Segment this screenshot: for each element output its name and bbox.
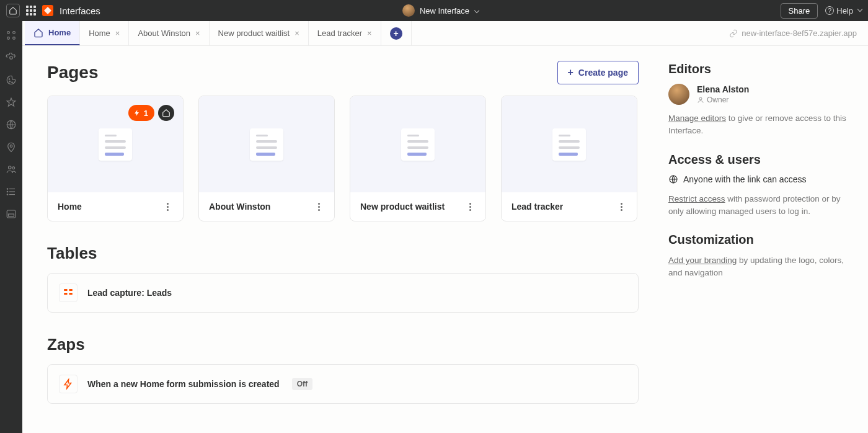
nav-theme-icon[interactable] (6, 74, 17, 86)
page-card-menu[interactable] (616, 201, 627, 212)
svg-rect-23 (69, 293, 73, 295)
page-card-title: New product waitlist (360, 202, 445, 212)
editor-name: Elena Alston (697, 84, 749, 94)
editor-role: Owner (697, 96, 749, 104)
tables-heading: Tables (47, 244, 639, 263)
share-button[interactable]: Share (781, 3, 818, 19)
pages-heading: Pages (47, 63, 99, 83)
apps-grid-icon[interactable] (26, 6, 36, 16)
access-heading: Access & users (668, 153, 856, 167)
help-icon: ? (825, 6, 834, 15)
customization-heading: Customization (668, 233, 856, 247)
page-card-about-winston[interactable]: About Winston (198, 96, 335, 221)
tab-lead-tracker[interactable]: Lead tracker × (309, 21, 381, 45)
close-icon[interactable]: × (294, 29, 299, 38)
interface-url-text: new-interface-8ef57e.zapier.app (742, 29, 857, 38)
svg-point-9 (10, 145, 12, 148)
svg-point-16 (7, 191, 8, 192)
svg-rect-20 (64, 289, 67, 291)
editors-heading: Editors (668, 62, 856, 76)
bolt-icon (133, 109, 141, 117)
svg-point-5 (9, 79, 10, 80)
user-icon (697, 96, 704, 104)
svg-point-11 (12, 167, 15, 169)
zap-count-badge: 1 (128, 105, 154, 121)
svg-rect-21 (69, 289, 73, 291)
page-card-menu[interactable] (162, 201, 173, 212)
page-card-menu[interactable] (464, 201, 476, 212)
tab-new-product-waitlist[interactable]: New product waitlist × (210, 21, 309, 45)
page-card-home[interactable]: 1 Home (47, 96, 184, 221)
svg-point-15 (7, 189, 8, 190)
nav-globe-icon[interactable] (6, 119, 17, 130)
svg-point-0 (7, 32, 10, 34)
manage-editors-link[interactable]: Manage editors (668, 114, 726, 123)
interface-url[interactable]: new-interface-8ef57e.zapier.app (729, 21, 868, 45)
tab-label: Lead tracker (317, 29, 362, 38)
home-icon (162, 109, 170, 117)
svg-point-7 (12, 82, 13, 83)
side-rail (0, 21, 22, 433)
page-card-new-product-waitlist[interactable]: New product waitlist (350, 96, 486, 221)
tab-label: About Winston (138, 29, 190, 38)
chevron-down-icon (857, 7, 862, 12)
nav-list-icon[interactable] (6, 186, 17, 197)
page-card-title: Lead tracker (512, 202, 563, 212)
svg-point-1 (13, 32, 16, 34)
close-icon[interactable]: × (115, 29, 120, 38)
page-preview: 1 (48, 96, 183, 192)
add-branding-link[interactable]: Add your branding (668, 256, 737, 265)
svg-point-2 (7, 37, 10, 40)
page-card-title: Home (58, 202, 82, 212)
home-badge (158, 105, 174, 121)
nav-star-icon[interactable] (6, 97, 17, 108)
close-icon[interactable]: × (367, 29, 372, 38)
close-icon[interactable]: × (195, 29, 200, 38)
zap-count: 1 (144, 109, 148, 118)
nav-users-icon[interactable] (6, 164, 17, 175)
plus-icon: + (568, 68, 574, 78)
add-tab: + (381, 21, 412, 45)
nav-layout-icon[interactable] (6, 208, 17, 220)
svg-point-3 (13, 37, 16, 40)
chevron-down-icon (474, 8, 479, 13)
nav-apps-icon[interactable] (6, 30, 17, 41)
svg-rect-22 (64, 293, 67, 295)
editor-avatar (668, 84, 689, 105)
svg-point-17 (7, 194, 8, 195)
create-page-button[interactable]: + Create page (557, 61, 639, 84)
tab-home[interactable]: Home × (80, 21, 129, 45)
home-nav-button[interactable] (6, 4, 20, 17)
add-tab-button[interactable]: + (390, 27, 402, 40)
zapier-logo-icon (42, 5, 53, 16)
table-row-lead-capture[interactable]: Lead capture: Leads (47, 273, 639, 313)
page-preview (199, 96, 334, 192)
create-page-label: Create page (578, 68, 628, 78)
tab-label: New product waitlist (218, 29, 290, 38)
help-menu[interactable]: ? Help (825, 6, 862, 16)
restrict-access-link[interactable]: Restrict access (668, 194, 725, 203)
page-preview (350, 96, 485, 192)
tab-label: Home (48, 28, 71, 37)
tables-icon (59, 283, 78, 302)
page-preview (502, 96, 637, 192)
svg-point-6 (9, 81, 11, 83)
details-sidebar: Editors Elena Alston Owner Manage editor… (663, 46, 868, 433)
table-row-label: Lead capture: Leads (87, 288, 172, 298)
zap-icon (59, 375, 78, 393)
page-card-menu[interactable] (313, 201, 324, 212)
project-avatar (402, 4, 415, 17)
svg-point-10 (9, 166, 12, 169)
zap-row[interactable]: When a new Home form submission is creat… (47, 364, 639, 404)
zap-status-badge: Off (292, 378, 312, 390)
home-icon (33, 28, 43, 38)
project-switcher[interactable]: New Interface (420, 5, 479, 16)
page-card-title: About Winston (209, 202, 270, 212)
nav-pin-icon[interactable] (6, 141, 17, 153)
tab-home-active[interactable]: Home (25, 21, 80, 45)
svg-point-24 (699, 97, 702, 100)
app-title: Interfaces (60, 6, 100, 16)
tab-about-winston[interactable]: About Winston × (129, 21, 209, 45)
nav-settings-icon[interactable] (6, 52, 17, 63)
page-card-lead-tracker[interactable]: Lead tracker (501, 96, 637, 221)
